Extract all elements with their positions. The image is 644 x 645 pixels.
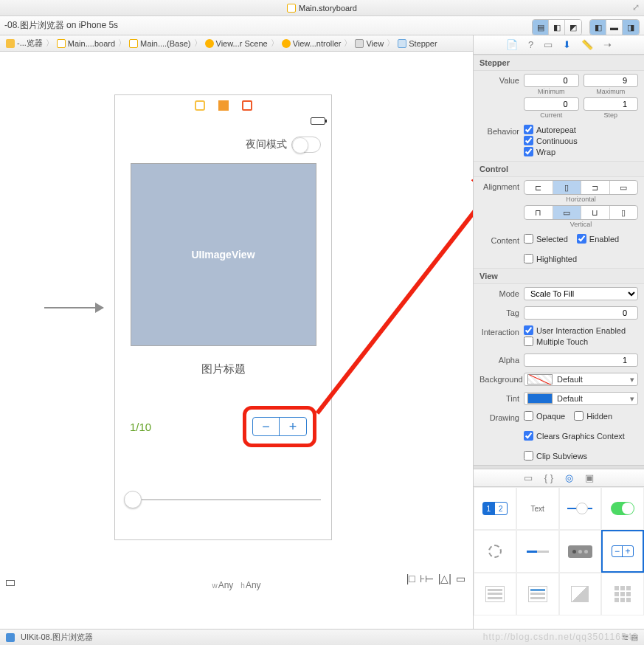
clear-color-swatch-icon: [527, 374, 553, 384]
bottom-panel-toggle[interactable]: ▬: [606, 20, 623, 35]
hidden-checkbox[interactable]: [574, 411, 584, 421]
counter-label[interactable]: 1/10: [130, 421, 151, 433]
file-inspector-tab[interactable]: 📄: [506, 39, 518, 50]
lib-page-control[interactable]: [559, 530, 602, 573]
lib-collectionview[interactable]: [601, 573, 644, 615]
section-view: View: [474, 268, 644, 284]
size-inspector-tab[interactable]: 📏: [581, 39, 593, 50]
lbl-tint: Tint: [479, 392, 519, 403]
jump-bar[interactable]: -...览器 〉 Main....board 〉 Main....(Base) …: [0, 35, 473, 52]
step-input[interactable]: [584, 97, 639, 111]
lib-tableview[interactable]: [474, 573, 516, 615]
highlighted-checkbox[interactable]: [524, 254, 533, 263]
scene-dock: [115, 95, 331, 116]
lib-activity-indicator[interactable]: [474, 530, 516, 573]
inspector-panel: 📄 ? ▭ ⬇ 📏 ➝ Stepper Value Minimum Maximu…: [473, 35, 644, 629]
current-input[interactable]: [524, 97, 579, 111]
mode-select[interactable]: Scale To Fill: [524, 287, 638, 300]
night-mode-switch[interactable]: [291, 137, 321, 153]
resizing-icon[interactable]: ▭: [456, 573, 465, 584]
vc-dock-icon[interactable]: [195, 100, 205, 111]
size-class-bar[interactable]: wAny hAny: [0, 580, 473, 590]
continuous-checkbox[interactable]: [524, 136, 533, 145]
lbl-drawing: Drawing: [479, 411, 519, 422]
lib-textfield[interactable]: Text: [516, 487, 559, 530]
storyboard-icon: [129, 39, 138, 48]
tag-input[interactable]: [524, 306, 638, 320]
code-snippet-tab[interactable]: { }: [544, 472, 553, 483]
storyboard-file-icon: [287, 4, 296, 13]
attributes-inspector-tab[interactable]: ⬇: [563, 39, 571, 50]
lbl-tag: Tag: [479, 306, 519, 317]
slider-control[interactable]: [125, 493, 321, 506]
enabled-checkbox[interactable]: [577, 234, 586, 244]
lib-progress[interactable]: [516, 530, 559, 573]
media-library-tab[interactable]: ▣: [585, 472, 594, 483]
slider-thumb[interactable]: [124, 491, 142, 508]
sim-statusbar: [115, 116, 331, 126]
ib-canvas[interactable]: 夜间模式 UIImageView 图片标题 1/10 − + wAny: [0, 52, 473, 614]
object-library-tab[interactable]: ◎: [565, 472, 573, 483]
lib-tablecell[interactable]: [516, 573, 559, 615]
slider-track: [125, 499, 321, 500]
version-editor-button[interactable]: ◩: [565, 20, 581, 35]
lbl-interaction: Interaction: [479, 325, 519, 337]
clears-context-checkbox[interactable]: [524, 431, 533, 441]
connections-inspector-tab[interactable]: ➝: [603, 39, 612, 50]
first-responder-icon[interactable]: [218, 100, 229, 111]
standard-editor-button[interactable]: ▤: [533, 20, 549, 35]
autorepeat-checkbox[interactable]: [524, 125, 533, 134]
scene-frame[interactable]: 夜间模式 UIImageView 图片标题 1/10 − +: [114, 94, 332, 540]
initial-vc-arrow-icon[interactable]: [44, 307, 103, 308]
stepper-minus-icon[interactable]: −: [253, 418, 280, 435]
project-name[interactable]: UIKit-08.图片浏览器: [21, 632, 93, 643]
scheme-label[interactable]: -08.图片浏览器 on iPhone 5s: [4, 19, 118, 32]
crumb-stepper: Stepper: [395, 39, 440, 48]
resolve-icon[interactable]: |△|: [438, 573, 451, 584]
multitouch-checkbox[interactable]: [524, 337, 533, 346]
help-inspector-tab[interactable]: ?: [528, 39, 533, 50]
lib-slider[interactable]: [559, 487, 602, 530]
lib-switch[interactable]: [601, 487, 644, 530]
clip-subviews-checkbox[interactable]: [524, 451, 533, 461]
assistant-editor-button[interactable]: ◧: [549, 20, 565, 35]
night-mode-row: 夜间模式: [125, 137, 321, 153]
stepper-plus-icon[interactable]: +: [280, 418, 306, 435]
object-library[interactable]: 12 Text −+: [474, 487, 644, 629]
window-title: Main.storyboard: [299, 4, 357, 13]
alpha-input[interactable]: [524, 353, 638, 367]
expand-icon[interactable]: ⤢: [632, 2, 640, 13]
opaque-checkbox[interactable]: [524, 411, 533, 421]
file-template-tab[interactable]: ▭: [524, 472, 533, 483]
lib-stepper[interactable]: −+: [601, 530, 644, 573]
minimum-input[interactable]: [524, 74, 579, 87]
h-alignment-segmented[interactable]: ⊏▯⊐▭: [524, 180, 638, 195]
battery-icon: [311, 117, 325, 125]
selected-checkbox[interactable]: [524, 234, 533, 244]
view-icon: [355, 39, 364, 48]
tint-colorwell[interactable]: Default▾: [524, 392, 638, 405]
align-icon[interactable]: |□: [406, 573, 415, 584]
lbl-content: Content: [479, 234, 519, 245]
image-title-label[interactable]: 图片标题: [125, 362, 321, 376]
wrap-checkbox[interactable]: [524, 147, 533, 156]
pin-icon[interactable]: ⊦⊢: [420, 573, 434, 584]
image-view[interactable]: UIImageView: [131, 163, 316, 346]
lbl-alignment: Alignment: [479, 180, 519, 191]
left-panel-toggle[interactable]: ◧: [590, 20, 606, 35]
right-panel-toggle[interactable]: ◨: [623, 20, 639, 35]
inspector-tabs: 📄 ? ▭ ⬇ 📏 ➝: [474, 35, 644, 55]
background-colorwell[interactable]: Default▾: [524, 373, 638, 386]
stepper-control[interactable]: − +: [252, 417, 307, 436]
lib-segmented[interactable]: 12: [474, 487, 516, 530]
project-icon: [6, 633, 15, 642]
exit-icon[interactable]: [242, 100, 252, 111]
document-outline-toggle[interactable]: [6, 580, 15, 586]
uie-checkbox[interactable]: [524, 325, 533, 335]
toolbar-right: ▤ ◧ ◩ ◧ ▬ ◨: [532, 19, 640, 35]
identity-inspector-tab[interactable]: ▭: [544, 39, 553, 50]
maximum-input[interactable]: [584, 74, 639, 87]
section-stepper: Stepper: [474, 55, 644, 71]
v-alignment-segmented[interactable]: ⊓▭⊔▯: [524, 205, 638, 220]
lib-imageview[interactable]: [559, 573, 602, 615]
